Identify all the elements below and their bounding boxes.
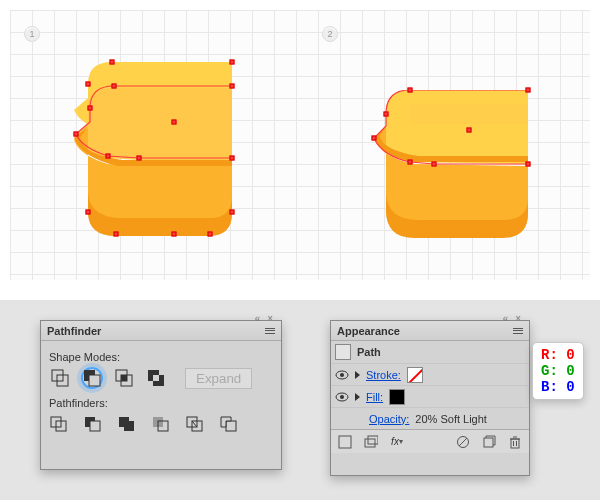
rgb-b-value: B: 0: [541, 379, 575, 395]
shape-mode-unite-icon[interactable]: [49, 367, 71, 389]
opacity-value: 20% Soft Light: [415, 413, 487, 425]
appearance-title: Appearance: [337, 325, 400, 337]
stroke-row[interactable]: Stroke:: [331, 363, 529, 385]
fx-icon[interactable]: fx▾: [389, 434, 405, 450]
shape-mode-intersect-icon[interactable]: [113, 367, 135, 389]
svg-rect-14: [90, 421, 100, 431]
pathfinder-minus-back-icon[interactable]: [219, 415, 239, 433]
visibility-eye-icon[interactable]: [335, 390, 349, 404]
rgb-g-value: G: 0: [541, 363, 575, 379]
vector-shape-1: [74, 62, 232, 242]
pathfinder-panel-header[interactable]: Pathfinder: [41, 321, 281, 341]
stroke-label[interactable]: Stroke:: [366, 369, 401, 381]
new-art-icon[interactable]: [337, 434, 353, 450]
opacity-row[interactable]: Opacity: 20% Soft Light: [331, 407, 529, 429]
pathfinder-crop-icon[interactable]: [151, 415, 171, 433]
pathfinder-title: Pathfinder: [47, 325, 101, 337]
appearance-panel-header[interactable]: Appearance: [331, 321, 529, 341]
layers-icon[interactable]: [363, 434, 379, 450]
svg-rect-27: [339, 436, 351, 448]
appearance-panel[interactable]: « × Appearance Path Stroke: Fill:: [330, 320, 530, 476]
appearance-item-row[interactable]: Path: [331, 341, 529, 363]
svg-rect-32: [484, 438, 493, 447]
appearance-footer: fx▾: [331, 429, 529, 453]
pathfinder-merge-icon[interactable]: [117, 415, 137, 433]
visibility-eye-icon[interactable]: [335, 368, 349, 382]
svg-line-21: [192, 421, 197, 427]
vector-shape-2: [374, 90, 528, 240]
svg-rect-29: [368, 436, 378, 444]
stroke-swatch-none-icon[interactable]: [407, 367, 423, 383]
clear-appearance-icon[interactable]: [455, 434, 471, 450]
svg-rect-22: [226, 421, 236, 431]
rgb-r-value: R: 0: [541, 347, 575, 363]
rgb-tooltip: R: 0 G: 0 B: 0: [532, 342, 584, 400]
pathfinder-divide-icon[interactable]: [49, 415, 69, 433]
svg-rect-16: [124, 421, 134, 431]
svg-rect-33: [511, 439, 519, 448]
svg-rect-28: [365, 439, 375, 447]
shape-modes-label: Shape Modes:: [49, 351, 273, 363]
svg-rect-0: [410, 104, 528, 124]
pathfinder-outline-icon[interactable]: [185, 415, 205, 433]
svg-point-24: [340, 373, 344, 377]
fill-row[interactable]: Fill:: [331, 385, 529, 407]
shape-mode-minus-front-icon[interactable]: [81, 367, 103, 389]
expand-button[interactable]: Expand: [185, 368, 252, 389]
expand-triangle-icon[interactable]: [355, 393, 360, 401]
svg-rect-4: [89, 375, 100, 386]
appearance-item-label: Path: [357, 346, 381, 358]
svg-rect-10: [153, 375, 159, 381]
step-badge-1: 1: [24, 26, 40, 42]
panel-menu-icon[interactable]: [511, 324, 525, 338]
panels-strip: « × Pathfinder Shape Modes: Expand Pathf…: [0, 300, 600, 500]
shape-modes-row: Expand: [49, 367, 273, 389]
shape-mode-exclude-icon[interactable]: [145, 367, 167, 389]
svg-rect-7: [121, 375, 127, 381]
panel-menu-icon[interactable]: [263, 324, 277, 338]
svg-line-31: [459, 438, 467, 446]
pathfinders-label: Pathfinders:: [49, 397, 273, 409]
step-badge-2: 2: [322, 26, 338, 42]
artboard-grid: 1 2: [0, 0, 600, 280]
svg-point-26: [340, 395, 344, 399]
pathfinders-row: [49, 415, 273, 433]
pathfinder-panel[interactable]: « × Pathfinder Shape Modes: Expand Pathf…: [40, 320, 282, 470]
opacity-label[interactable]: Opacity:: [369, 413, 409, 425]
fill-swatch-black-icon[interactable]: [389, 389, 405, 405]
item-thumbnail-icon: [335, 344, 351, 360]
duplicate-icon[interactable]: [481, 434, 497, 450]
expand-triangle-icon[interactable]: [355, 371, 360, 379]
pathfinder-trim-icon[interactable]: [83, 415, 103, 433]
trash-icon[interactable]: [507, 434, 523, 450]
fill-label[interactable]: Fill:: [366, 391, 383, 403]
